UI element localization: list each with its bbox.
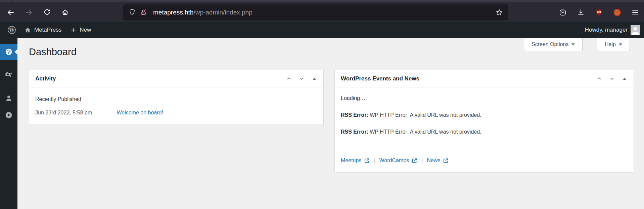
home-icon <box>24 27 31 34</box>
howdy-label: Howdy, manager <box>585 27 628 33</box>
activity-widget-header: Activity <box>29 70 323 88</box>
dashboard-icon <box>5 48 12 56</box>
hamburger-menu-icon <box>631 8 639 16</box>
move-up-button[interactable] <box>593 71 605 87</box>
new-content-menu[interactable]: New <box>70 27 91 33</box>
events-widget-body: Loading… RSS Error: WP HTTP Error: A val… <box>335 95 634 135</box>
page-title: Dashboard <box>29 46 77 58</box>
bookmark-star-icon <box>495 8 503 16</box>
back-icon <box>7 8 15 16</box>
foxyproxy-icon <box>613 8 621 16</box>
url-bar[interactable]: metapress.htb/wp-admin/index.php <box>123 4 508 21</box>
help-label: Help <box>605 41 616 47</box>
external-link-icon <box>364 158 370 164</box>
external-link-icon <box>443 158 449 164</box>
wp-logo-menu[interactable]: W <box>7 26 16 34</box>
events-widget-title: WordPress Events and News <box>335 75 419 82</box>
toggle-panel-button[interactable] <box>618 71 631 87</box>
chevron-down-icon <box>609 76 615 81</box>
post-title-link[interactable]: Welcome on board! <box>117 110 163 115</box>
forward-icon <box>25 8 33 16</box>
chevron-up-icon <box>596 76 602 81</box>
screen-options-tab[interactable]: Screen Options <box>524 38 583 51</box>
pocket-button[interactable] <box>556 6 570 19</box>
toggle-panel-button[interactable] <box>308 71 321 87</box>
tab-strip <box>0 0 644 2</box>
avatar <box>631 25 640 35</box>
external-link-icon <box>412 158 417 164</box>
recently-published-label: Recently Published <box>35 96 317 102</box>
screen-options-label: Screen Options <box>532 41 568 47</box>
admin-sidebar <box>0 38 17 209</box>
rss-error-message: WP HTTP Error: A valid URL was not provi… <box>368 129 481 135</box>
svg-text:W: W <box>9 27 14 33</box>
url-domain: metapress.htb <box>153 9 193 16</box>
move-down-button[interactable] <box>295 71 308 87</box>
app-menu-button[interactable] <box>628 6 642 19</box>
foxyproxy-button[interactable] <box>610 6 624 19</box>
meetups-link[interactable]: Meetups <box>341 158 370 164</box>
my-account-menu[interactable]: Howdy, manager <box>585 25 640 35</box>
site-security-button[interactable] <box>138 7 149 18</box>
browser-toolbar: metapress.htb/wp-admin/index.php uO <box>0 2 644 22</box>
move-down-button[interactable] <box>605 71 618 87</box>
rss-error-label: RSS Error: <box>341 112 368 118</box>
tracking-shield-button[interactable] <box>126 7 138 18</box>
rss-error-label: RSS Error: <box>341 129 368 135</box>
news-link[interactable]: News <box>427 158 449 164</box>
site-name-menu[interactable]: MetaPress <box>24 27 61 34</box>
toolbar-extensions: uO <box>556 6 642 19</box>
media-icon <box>5 71 12 78</box>
browser-chrome: metapress.htb/wp-admin/index.php uO <box>0 0 644 22</box>
activity-widget: Activity Recently Published Jun 23rd <box>29 70 324 125</box>
triangle-up-icon <box>312 76 317 81</box>
collapse-menu-button[interactable] <box>0 107 17 123</box>
loading-text: Loading… <box>341 95 628 102</box>
reload-button[interactable] <box>40 6 54 19</box>
shield-icon <box>128 8 136 16</box>
url-path: /wp-admin/index.php <box>193 9 252 16</box>
insecure-lock-icon <box>140 8 147 16</box>
triangle-up-icon <box>622 76 627 81</box>
ublock-button[interactable]: uO <box>592 6 606 19</box>
site-name-label: MetaPress <box>34 27 61 33</box>
sidebar-item-dashboard[interactable] <box>0 44 17 60</box>
downloads-button[interactable] <box>574 6 588 19</box>
post-date: Jun 23rd 2022, 5:58 pm <box>35 110 115 116</box>
move-up-button[interactable] <box>282 71 295 87</box>
rss-error-row: RSS Error: WP HTTP Error: A valid URL wa… <box>341 112 628 118</box>
wordpress-logo-icon: W <box>7 26 16 34</box>
users-icon <box>5 95 12 102</box>
chevron-down-icon <box>299 76 305 81</box>
collapse-menu-icon <box>5 111 12 119</box>
link-separator: | <box>421 158 423 164</box>
home-icon <box>61 8 69 16</box>
chevron-down-icon <box>571 43 575 46</box>
sidebar-item-media[interactable] <box>0 67 17 83</box>
events-widget-footer: Meetups | WordCamps | News <box>335 149 634 172</box>
url-text[interactable]: metapress.htb/wp-admin/index.php <box>153 9 252 16</box>
dashboard-content: Screen Options Help Dashboard Activity <box>17 38 644 209</box>
pocket-icon <box>559 8 567 16</box>
sidebar-item-users[interactable] <box>0 90 17 106</box>
wordcamps-link[interactable]: WordCamps <box>379 158 418 164</box>
activity-widget-title: Activity <box>29 75 56 82</box>
bookmark-button[interactable] <box>494 7 505 18</box>
help-tab[interactable]: Help <box>597 38 630 51</box>
tab-divider <box>11 0 12 2</box>
link-separator: | <box>374 158 375 164</box>
forward-button[interactable] <box>21 6 36 19</box>
activity-widget-body: Recently Published Jun 23rd 2022, 5:58 p… <box>29 88 323 116</box>
rss-error-message: WP HTTP Error: A valid URL was not provi… <box>368 112 481 118</box>
events-widget-header: WordPress Events and News <box>335 70 634 88</box>
published-post-row: Jun 23rd 2022, 5:58 pm Welcome on board! <box>35 110 317 116</box>
home-button[interactable] <box>58 6 73 19</box>
ublock-icon: uO <box>595 8 603 16</box>
chevron-down-icon <box>619 43 622 46</box>
download-icon <box>577 8 585 16</box>
events-news-widget: WordPress Events and News Loading… RSS E… <box>334 70 634 172</box>
reload-icon <box>43 8 51 16</box>
wp-admin-bar: W MetaPress New Howdy, manager <box>0 22 644 38</box>
svg-text:uO: uO <box>597 10 601 13</box>
back-button[interactable] <box>3 6 18 19</box>
